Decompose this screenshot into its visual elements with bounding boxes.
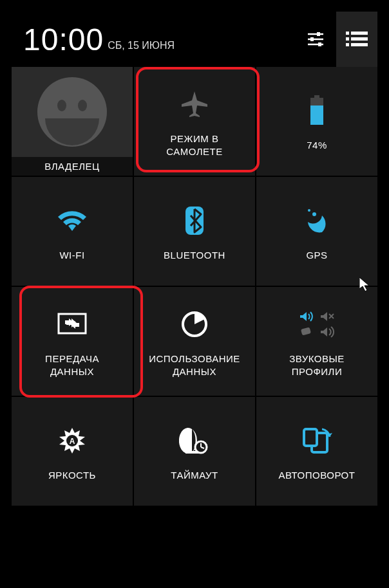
tile-label: ИСПОЛЬЗОВАНИЕ ДАННЫХ — [149, 353, 240, 378]
clock: 10:00 — [23, 22, 104, 57]
sliders-icon — [305, 29, 326, 50]
tile-label: ПЕРЕДАЧА ДАННЫХ — [45, 353, 99, 378]
list-icon — [346, 30, 368, 48]
tile-label: АВТОПОВОРОТ — [279, 469, 356, 482]
list-view-button[interactable] — [336, 12, 377, 67]
data-transfer-icon — [56, 305, 88, 344]
tile-label: ЯРКОСТЬ — [48, 469, 96, 482]
svg-rect-36 — [304, 429, 317, 446]
tile-airplane-mode[interactable]: РЕЖИМ В САМОЛЕТЕ — [134, 67, 255, 176]
tile-label: ВЛАДЕЛЕЦ — [12, 157, 133, 176]
svg-point-14 — [78, 100, 87, 111]
data-usage-icon — [180, 305, 209, 344]
tile-label: 74% — [307, 139, 327, 152]
tile-owner[interactable]: ВЛАДЕЛЕЦ — [12, 67, 133, 176]
tile-data-usage[interactable]: ИСПОЛЬЗОВАНИЕ ДАННЫХ — [134, 287, 255, 396]
wifi-icon — [55, 201, 89, 240]
bluetooth-icon — [183, 201, 206, 240]
avatar-icon — [33, 73, 111, 151]
tile-label: WI-FI — [59, 249, 84, 262]
quick-settings-grid: ВЛАДЕЛЕЦ РЕЖИМ В САМОЛЕТЕ 74% — [12, 67, 377, 506]
tile-sound-profiles[interactable]: ЗВУКОВЫЕ ПРОФИЛИ — [256, 287, 377, 396]
tile-gps[interactable]: GPS — [256, 177, 377, 286]
battery-icon — [308, 91, 326, 130]
svg-rect-9 — [351, 37, 368, 41]
tile-brightness[interactable]: A ЯРКОСТЬ — [12, 397, 133, 506]
svg-point-19 — [312, 212, 316, 216]
date: СБ, 15 ИЮНЯ — [108, 40, 175, 51]
tile-label: BLUETOOTH — [164, 249, 225, 262]
tile-data-transfer[interactable]: ПЕРЕДАЧА ДАННЫХ — [12, 287, 133, 396]
svg-rect-17 — [310, 106, 323, 125]
svg-rect-5 — [318, 42, 321, 46]
status-header: 10:00 СБ, 15 ИЮНЯ — [12, 12, 377, 67]
svg-text:A: A — [70, 437, 75, 446]
svg-rect-3 — [317, 32, 320, 36]
airplane-icon — [179, 85, 210, 124]
header-buttons — [295, 12, 377, 67]
tile-label: GPS — [306, 249, 327, 262]
tile-battery[interactable]: 74% — [256, 67, 377, 176]
svg-rect-11 — [351, 43, 368, 46]
svg-point-13 — [57, 100, 66, 111]
tile-wifi[interactable]: WI-FI — [12, 177, 133, 286]
settings-sliders-button[interactable] — [295, 12, 336, 67]
tile-autorotate[interactable]: АВТОПОВОРОТ — [256, 397, 377, 506]
timeout-icon — [179, 421, 210, 460]
tile-label: ТАЙМАУТ — [171, 469, 218, 482]
svg-rect-27 — [301, 327, 311, 335]
svg-rect-7 — [351, 32, 368, 35]
tile-timeout[interactable]: ТАЙМАУТ — [134, 397, 255, 506]
svg-rect-10 — [346, 43, 349, 46]
tile-bluetooth[interactable]: BLUETOOTH — [134, 177, 255, 286]
svg-rect-15 — [314, 95, 319, 98]
avatar — [12, 67, 133, 157]
svg-rect-6 — [346, 32, 349, 35]
svg-rect-4 — [310, 37, 314, 41]
tile-label: ЗВУКОВЫЕ ПРОФИЛИ — [289, 353, 345, 378]
tile-label: РЕЖИМ В САМОЛЕТЕ — [166, 133, 223, 158]
autorotate-icon — [300, 421, 334, 460]
brightness-icon: A — [58, 421, 86, 460]
svg-point-20 — [308, 209, 310, 212]
sound-icon — [296, 305, 337, 344]
svg-rect-8 — [346, 37, 349, 41]
gps-icon — [303, 201, 331, 240]
